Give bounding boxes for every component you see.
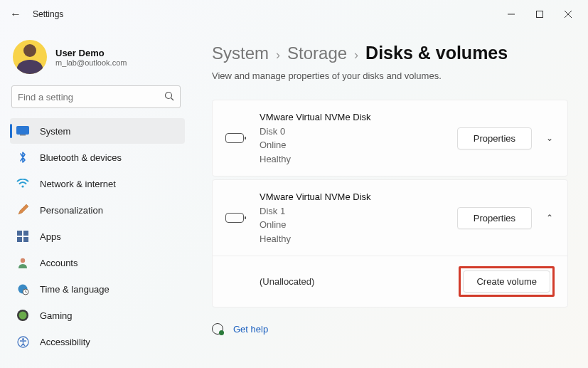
globe-clock-icon [16, 282, 30, 296]
chevron-right-icon: › [354, 48, 358, 63]
system-icon [16, 124, 30, 138]
disk-name: VMware Virtual NVMe Disk [260, 110, 457, 125]
breadcrumb: System › Storage › Disks & volumes [212, 43, 568, 63]
back-button[interactable]: ← [6, 4, 26, 24]
svg-rect-10 [23, 231, 28, 236]
disk-id: Disk 1 [260, 204, 457, 219]
disk-status: Online [260, 218, 457, 232]
nav-label: Personalization [40, 205, 103, 216]
nav-label: System [40, 126, 70, 137]
disk-health: Healthy [260, 152, 457, 167]
gaming-icon [16, 308, 30, 322]
wifi-icon [16, 177, 30, 191]
chevron-up-icon[interactable]: ⌃ [545, 213, 555, 223]
chevron-down-icon[interactable]: ⌄ [545, 133, 555, 143]
disk-info: VMware Virtual NVMe Disk Disk 1 Online H… [260, 190, 457, 246]
nav-label: Apps [40, 231, 61, 242]
apps-icon [16, 229, 30, 243]
svg-rect-7 [20, 135, 26, 136]
nav-label: Network & internet [40, 179, 116, 189]
nav-accessibility[interactable]: Accessibility [10, 329, 185, 354]
svg-rect-12 [23, 237, 28, 242]
volume-row: (Unallocated) Create volume [213, 256, 567, 307]
nav-list: System Bluetooth & devices Network & int… [10, 118, 185, 355]
svg-point-13 [21, 258, 25, 263]
user-name: User Demo [55, 48, 127, 58]
svg-point-4 [166, 92, 172, 98]
help-icon [212, 323, 223, 335]
get-help-link[interactable]: Get help [233, 324, 268, 335]
nav-system[interactable]: System [10, 118, 185, 144]
disk-card-1: VMware Virtual NVMe Disk Disk 1 Online H… [212, 179, 568, 307]
svg-point-19 [22, 338, 24, 340]
accessibility-icon [16, 335, 30, 349]
disk-name: VMware Virtual NVMe Disk [260, 190, 457, 204]
create-volume-button[interactable]: Create volume [463, 270, 550, 293]
nav-label: Accounts [40, 258, 77, 268]
avatar [13, 40, 47, 74]
svg-line-5 [171, 98, 174, 100]
breadcrumb-storage[interactable]: Storage [287, 43, 347, 63]
nav-bluetooth[interactable]: Bluetooth & devices [10, 144, 185, 170]
properties-button[interactable]: Properties [457, 127, 532, 149]
disk-info: VMware Virtual NVMe Disk Disk 0 Online H… [260, 110, 457, 166]
search-box[interactable] [11, 85, 181, 108]
nav-accounts[interactable]: Accounts [10, 250, 185, 275]
chevron-right-icon: › [276, 48, 280, 63]
nav-gaming[interactable]: Gaming [10, 303, 185, 328]
disk-health: Healthy [260, 232, 457, 246]
person-icon [16, 256, 30, 270]
svg-rect-6 [17, 127, 29, 135]
svg-rect-9 [17, 231, 22, 236]
maximize-button[interactable] [525, 4, 554, 25]
page-title: Disks & volumes [365, 43, 508, 63]
window-title: Settings [33, 9, 63, 19]
nav-apps[interactable]: Apps [10, 224, 185, 249]
nav-label: Gaming [40, 310, 73, 321]
disk-icon [225, 133, 244, 143]
nav-network[interactable]: Network & internet [10, 171, 185, 196]
page-subtitle: View and manage properties of your disks… [212, 70, 568, 81]
nav-label: Accessibility [40, 337, 90, 347]
volume-label: (Unallocated) [260, 276, 459, 287]
highlight-annotation: Create volume [459, 266, 555, 297]
disk-status: Online [260, 138, 457, 152]
breadcrumb-system[interactable]: System [212, 43, 269, 63]
bluetooth-icon [16, 150, 30, 164]
disk-id: Disk 0 [260, 125, 457, 139]
search-icon [164, 91, 174, 103]
search-input[interactable] [18, 92, 164, 102]
window-controls [497, 4, 582, 25]
get-help-row: Get help [212, 323, 568, 335]
minimize-button[interactable] [497, 4, 525, 25]
disk-icon [225, 213, 244, 223]
nav-label: Time & language [40, 284, 109, 295]
svg-rect-1 [537, 11, 543, 18]
svg-point-8 [21, 185, 23, 187]
user-email: m_lab@outlook.com [55, 58, 127, 67]
nav-label: Bluetooth & devices [40, 152, 122, 163]
brush-icon [16, 203, 30, 217]
svg-rect-11 [17, 237, 22, 242]
sidebar: User Demo m_lab@outlook.com System Bluet… [0, 28, 192, 368]
nav-personalization[interactable]: Personalization [10, 197, 185, 223]
main-content: System › Storage › Disks & volumes View … [192, 28, 588, 368]
title-bar: ← Settings [0, 0, 588, 28]
properties-button[interactable]: Properties [457, 207, 532, 229]
nav-time-language[interactable]: Time & language [10, 276, 185, 302]
disk-card-0: VMware Virtual NVMe Disk Disk 0 Online H… [212, 100, 568, 177]
user-profile[interactable]: User Demo m_lab@outlook.com [13, 40, 185, 74]
svg-point-17 [19, 312, 27, 320]
close-button[interactable] [554, 4, 582, 25]
